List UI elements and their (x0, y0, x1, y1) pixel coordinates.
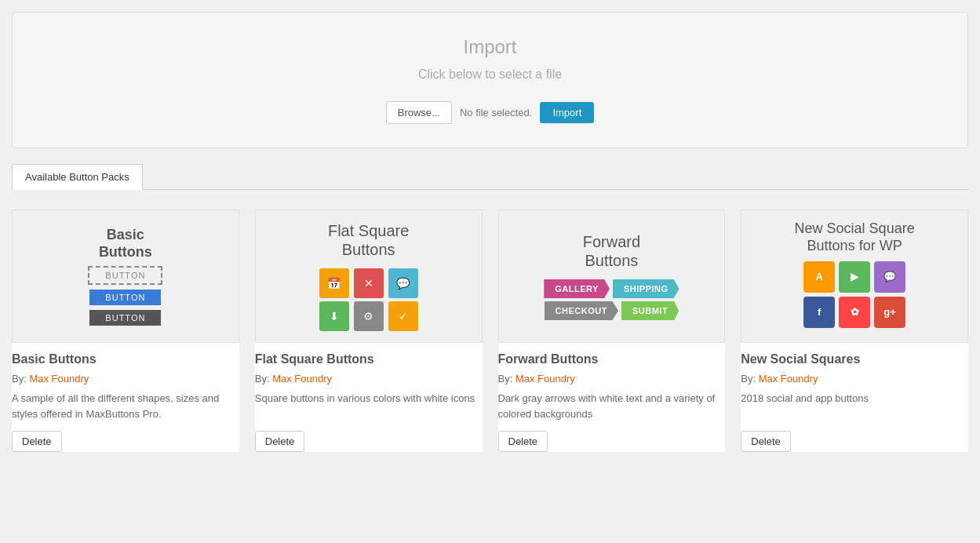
tab-section: Available Button Packs (12, 164, 968, 190)
pack-card-flat-square: Flat SquareButtons 📅 ✕ 💬 ⬇ ⚙ ✓ Flat Squa… (255, 210, 483, 452)
pack-card-basic-buttons: BasicButtons BUTTON BUTTON BUTTON Basic … (12, 210, 239, 452)
pack-author-forward: By: Max Foundry (498, 373, 726, 384)
pack-author-link-forward[interactable]: Max Foundry (516, 373, 575, 384)
pack-author-social: By: Max Foundry (741, 373, 968, 384)
import-button[interactable]: Import (540, 102, 594, 123)
pack-name-social: New Social Squares (741, 352, 968, 366)
pack-preview-social: New Social SquareButtons for WP A ▶ 💬 f … (741, 210, 968, 343)
pack-description-social: 2018 social and app buttons (741, 391, 968, 421)
pack-name-basic: Basic Buttons (12, 352, 239, 366)
browse-button[interactable]: Browse... (386, 101, 452, 124)
no-file-text: No file selected. (460, 107, 533, 118)
pack-preview-basic: BasicButtons BUTTON BUTTON BUTTON (12, 210, 239, 343)
pack-card-forward: ForwardButtons GALLERY SHIPPING CHECKOUT… (498, 210, 726, 452)
pack-author-flat: By: Max Foundry (255, 373, 483, 384)
delete-button-basic[interactable]: Delete (12, 431, 62, 452)
packs-grid: BasicButtons BUTTON BUTTON BUTTON Basic … (12, 202, 968, 460)
delete-button-social[interactable]: Delete (741, 431, 791, 452)
tab-available-button-packs[interactable]: Available Button Packs (12, 164, 143, 190)
pack-card-social: New Social SquareButtons for WP A ▶ 💬 f … (741, 210, 968, 452)
delete-button-forward[interactable]: Delete (498, 431, 548, 452)
pack-author-link-flat[interactable]: Max Foundry (272, 373, 332, 384)
pack-author-link-social[interactable]: Max Foundry (759, 373, 818, 384)
delete-button-flat[interactable]: Delete (255, 431, 305, 452)
import-controls: Browse... No file selected. Import (28, 101, 952, 124)
pack-description-flat: Square buttons in various colors with wh… (255, 391, 483, 421)
pack-author-link-basic[interactable]: Max Foundry (29, 373, 89, 384)
pack-description-basic: A sample of all the different shapes, si… (12, 391, 239, 421)
import-title: Import (28, 36, 952, 58)
pack-author-basic: By: Max Foundry (12, 373, 239, 384)
pack-preview-forward: ForwardButtons GALLERY SHIPPING CHECKOUT… (498, 210, 726, 343)
import-subtitle: Click below to select a file (28, 67, 952, 82)
pack-preview-flat: Flat SquareButtons 📅 ✕ 💬 ⬇ ⚙ ✓ (255, 210, 483, 343)
pack-name-forward: Forward Buttons (498, 352, 726, 366)
pack-name-flat: Flat Square Buttons (255, 352, 483, 366)
pack-description-forward: Dark gray arrows with white text and a v… (498, 391, 726, 421)
tab-bar: Available Button Packs (12, 164, 968, 190)
import-section: Import Click below to select a file Brow… (12, 12, 968, 148)
